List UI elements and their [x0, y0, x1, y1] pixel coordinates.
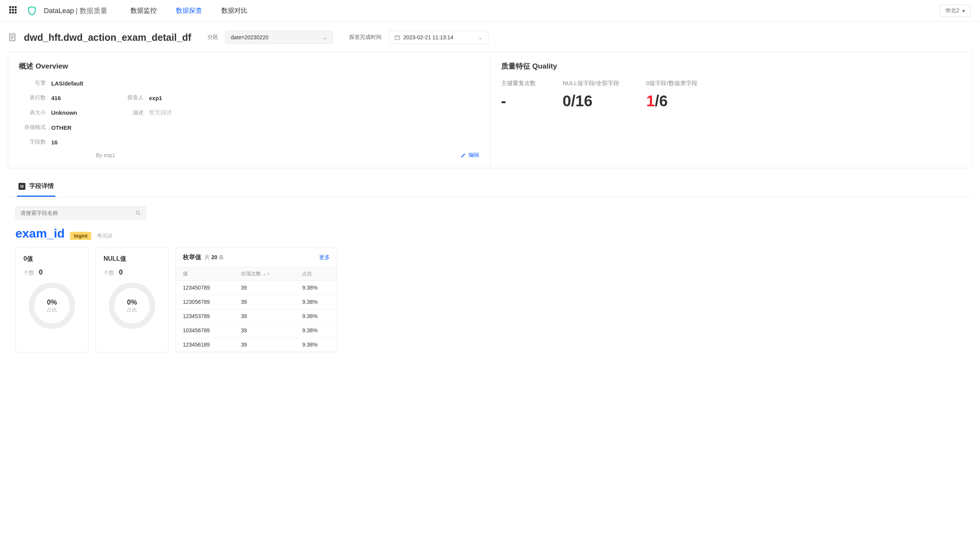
edit-link[interactable]: 编辑: [461, 152, 479, 159]
nav-compare[interactable]: 数据对比: [221, 6, 248, 15]
zero-value-card: 0值 个数0 0% 占比: [15, 248, 89, 352]
caret-down-icon: ▾: [962, 8, 965, 14]
kv-label: 表行数: [19, 94, 51, 101]
quality-title: 质量特征 Quality: [501, 61, 962, 71]
kv-label: 存储格式: [19, 124, 51, 131]
kv-label: 字段数: [19, 139, 51, 146]
kv-value: 16: [51, 139, 117, 146]
svg-line-7: [139, 214, 140, 215]
shield-icon: [27, 6, 37, 16]
quality-panel: 质量特征 Quality 主键重复次数 - NULL值字段/全部字段 0/16 …: [490, 52, 972, 168]
more-link[interactable]: 更多: [319, 254, 330, 261]
tab-bar: H 字段详情: [8, 177, 972, 197]
calendar-icon: [394, 34, 400, 40]
header-row: dwd_hft.dwd_action_exam_detail_df 分区 dat…: [8, 31, 972, 44]
table-row: 103456789399.38%: [176, 323, 337, 338]
col-count[interactable]: 出现次数▲▼: [234, 267, 295, 281]
kv-label: 引擎: [19, 80, 51, 87]
kv-value: 416: [51, 95, 117, 101]
donut-chart: 0% 占比: [109, 283, 155, 329]
partition-select[interactable]: date=20230220 ⌄: [225, 31, 333, 44]
quality-metric: 0值字段/数值类字段 1/6: [646, 80, 697, 110]
search-input[interactable]: [20, 210, 135, 216]
donut-chart: 0% 占比: [29, 283, 75, 329]
table-row: 123456189399.38%: [176, 338, 337, 352]
col-ratio: 占比: [295, 267, 337, 281]
table-row: 123056789399.38%: [176, 295, 337, 309]
kv-label: 描述: [117, 109, 149, 116]
null-value-card: NULL值 个数0 0% 占比: [95, 248, 169, 352]
kv-label: 表大小: [19, 109, 51, 116]
apps-icon[interactable]: [9, 6, 18, 15]
nav-monitor[interactable]: 数据监控: [130, 6, 157, 15]
time-label: 探查完成时间: [349, 34, 381, 41]
chevron-down-icon: ⌄: [478, 34, 483, 40]
partition-label: 分区: [207, 34, 218, 41]
quality-metric: NULL值字段/全部字段 0/16: [563, 80, 620, 110]
search-icon: [135, 210, 141, 216]
page-title: dwd_hft.dwd_action_exam_detail_df: [24, 32, 191, 43]
kv-value: 暂无描述: [149, 109, 479, 116]
quality-metric: 主键重复次数 -: [501, 80, 536, 110]
kv-value: Unknown: [51, 109, 117, 116]
col-value: 值: [176, 267, 234, 281]
enum-table: 值 出现次数▲▼ 占比 123450789399.38%123056789399…: [176, 267, 337, 352]
h-icon: H: [18, 183, 25, 190]
chevron-down-icon: ⌄: [323, 34, 327, 40]
table-row: 123453789399.38%: [176, 309, 337, 323]
nav-tabs: 数据监控 数据探查 数据对比: [130, 6, 248, 15]
topbar: DataLeap | 数据质量 数据监控 数据探查 数据对比 华北2 ▾: [0, 0, 980, 22]
field-name: exam_id: [15, 226, 65, 241]
overview-title: 概述 Overview: [19, 61, 479, 71]
table-row: 123450789399.38%: [176, 281, 337, 295]
kv-value: LAS/default: [51, 80, 117, 87]
brand: DataLeap | 数据质量: [44, 6, 107, 15]
kv-value: exp1: [149, 95, 479, 101]
kv-value: OTHER: [51, 124, 117, 131]
nav-inspect[interactable]: 数据探查: [176, 6, 202, 15]
region-select[interactable]: 华北2 ▾: [940, 5, 971, 17]
by-text: By exp1: [96, 152, 115, 158]
svg-rect-4: [395, 35, 400, 40]
field-desc: 考试id: [97, 233, 112, 240]
edit-icon: [461, 152, 466, 158]
type-badge: bigint: [70, 232, 91, 240]
field-header: exam_id bigint 考试id: [15, 226, 965, 241]
file-icon: [8, 33, 17, 42]
svg-point-6: [136, 211, 139, 214]
tab-field-detail[interactable]: H 字段详情: [17, 177, 55, 197]
search-box[interactable]: [15, 206, 146, 219]
enum-card: 枚举值 共 20 条 更多 值 出现次数▲▼ 占比 123450789399.3…: [176, 248, 337, 352]
kv-label: 探查人: [117, 94, 149, 101]
sort-icon: ▲▼: [263, 272, 270, 276]
time-select[interactable]: 2023-02-21 11:13:14 ⌄: [388, 31, 488, 44]
overview-panel: 概述 Overview 引擎 LAS/default 表行数 416 探查人 e…: [8, 52, 490, 168]
